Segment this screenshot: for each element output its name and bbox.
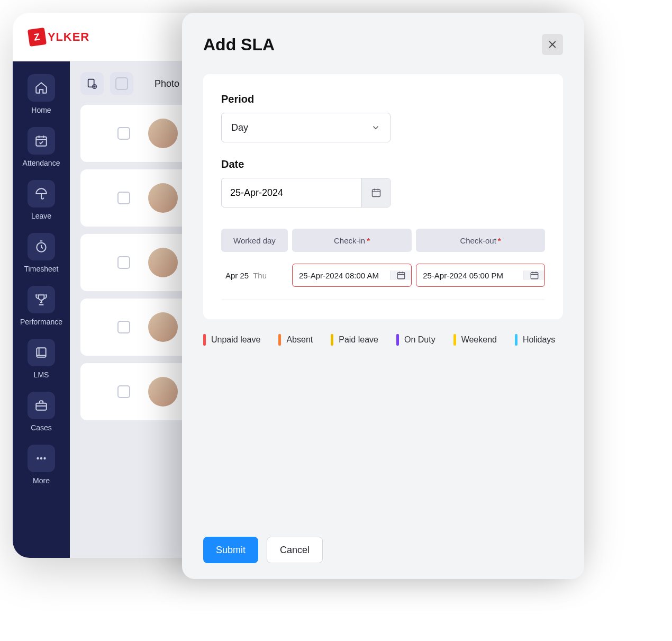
period-value: Day <box>231 122 248 133</box>
add-sla-panel: Add SLA Period Day Date 25-Apr-2024 Work… <box>182 13 584 579</box>
sidebar-item-label: Timesheet <box>24 265 59 273</box>
legend: Unpaid leave Absent Paid leave On Duty W… <box>203 334 563 346</box>
legend-unpaid-leave: Unpaid leave <box>203 334 260 346</box>
briefcase-icon <box>28 392 55 419</box>
sidebar-item-label: Attendance <box>23 159 60 167</box>
column-header-photo: Photo <box>155 78 179 89</box>
book-icon <box>28 339 55 366</box>
col-check-out: Check-out <box>416 229 545 252</box>
more-icon <box>28 445 55 472</box>
svg-rect-0 <box>36 137 47 146</box>
calendar-check-icon <box>28 127 55 155</box>
sidebar-item-leave[interactable]: Leave <box>22 180 60 220</box>
row-checkbox[interactable] <box>117 127 130 140</box>
legend-label: On Duty <box>404 335 435 345</box>
sidebar-item-label: More <box>33 476 50 485</box>
check-in-value: 25-Apr-2024 08:00 AM <box>293 271 390 280</box>
svg-rect-9 <box>372 189 380 196</box>
legend-holidays: Holidays <box>515 334 555 346</box>
legend-on-duty: On Duty <box>396 334 435 346</box>
worked-day-date: Apr 25 <box>225 271 249 280</box>
check-out-calendar-button[interactable] <box>523 270 544 280</box>
worked-day-dow: Thu <box>253 271 267 280</box>
chevron-down-icon <box>371 123 380 132</box>
legend-color <box>203 334 206 346</box>
brand-name: YLKER <box>48 30 89 44</box>
list-action-button[interactable] <box>80 72 104 95</box>
legend-label: Paid leave <box>339 335 378 345</box>
row-checkbox[interactable] <box>117 385 130 398</box>
legend-label: Absent <box>286 335 313 345</box>
col-worked-day: Worked day <box>221 229 288 252</box>
svg-point-5 <box>40 457 42 459</box>
calendar-icon <box>371 187 382 198</box>
time-grid-header: Worked day Check-in Check-out <box>221 229 545 252</box>
row-checkbox[interactable] <box>117 256 130 269</box>
row-checkbox[interactable] <box>117 321 130 333</box>
svg-rect-3 <box>36 403 47 410</box>
period-label: Period <box>221 93 545 105</box>
legend-color <box>278 334 281 346</box>
legend-label: Weekend <box>461 335 497 345</box>
stopwatch-icon <box>28 233 55 260</box>
cancel-button[interactable]: Cancel <box>267 537 323 563</box>
sidebar-item-label: Leave <box>31 212 51 220</box>
submit-button[interactable]: Submit <box>203 537 258 563</box>
legend-color <box>331 334 333 346</box>
panel-footer: Submit Cancel <box>203 526 563 563</box>
sidebar-item-more[interactable]: More <box>22 445 60 485</box>
sidebar-item-lms[interactable]: LMS <box>22 339 60 379</box>
legend-paid-leave: Paid leave <box>331 334 378 346</box>
calendar-icon <box>396 270 406 280</box>
sidebar-item-label: LMS <box>34 371 49 379</box>
period-select[interactable]: Day <box>221 113 391 142</box>
svg-rect-11 <box>531 273 538 279</box>
checkbox-icon <box>115 77 128 90</box>
brand-badge: Z <box>28 27 47 46</box>
select-all-checkbox[interactable] <box>110 72 133 95</box>
trophy-icon <box>28 286 55 313</box>
date-label: Date <box>221 158 545 170</box>
sidebar-item-home[interactable]: Home <box>22 74 60 114</box>
avatar <box>148 377 178 407</box>
sidebar-item-label: Cases <box>31 423 52 432</box>
brand-logo: Z YLKER <box>29 29 89 46</box>
avatar <box>148 312 178 342</box>
avatar <box>148 248 178 277</box>
close-button[interactable] <box>542 34 563 55</box>
legend-label: Unpaid leave <box>211 335 260 345</box>
sidebar-item-attendance[interactable]: Attendance <box>22 127 60 167</box>
sidebar-item-cases[interactable]: Cases <box>22 392 60 432</box>
sidebar-item-timesheet[interactable]: Timesheet <box>22 233 60 273</box>
svg-rect-10 <box>397 273 405 279</box>
sidebar-item-label: Home <box>31 106 51 114</box>
check-in-input[interactable]: 25-Apr-2024 08:00 AM <box>292 264 412 287</box>
avatar <box>148 119 178 148</box>
sidebar-item-label: Performance <box>20 318 62 326</box>
legend-color <box>396 334 399 346</box>
col-check-in: Check-in <box>292 229 412 252</box>
home-icon <box>28 74 55 102</box>
calendar-picker-button[interactable] <box>361 178 390 207</box>
row-checkbox[interactable] <box>117 192 130 204</box>
svg-point-6 <box>43 457 46 459</box>
legend-color <box>453 334 456 346</box>
form-card: Period Day Date 25-Apr-2024 Worked day C… <box>203 74 563 319</box>
panel-title: Add SLA <box>203 35 275 55</box>
check-out-value: 25-Apr-2024 05:00 PM <box>416 271 523 280</box>
sidebar-item-performance[interactable]: Performance <box>22 286 60 326</box>
svg-point-4 <box>37 457 39 459</box>
close-icon <box>547 39 558 50</box>
check-out-input[interactable]: 25-Apr-2024 05:00 PM <box>416 264 545 287</box>
date-input[interactable]: 25-Apr-2024 <box>221 178 391 207</box>
avatar <box>148 183 178 213</box>
sidebar: Home Attendance Leave Timesheet <box>13 61 70 558</box>
calendar-icon <box>530 270 539 280</box>
legend-color <box>515 334 517 346</box>
worked-day-cell: Apr 25 Thu <box>221 271 288 280</box>
check-in-calendar-button[interactable] <box>390 270 411 280</box>
legend-label: Holidays <box>523 335 555 345</box>
legend-weekend: Weekend <box>453 334 497 346</box>
legend-absent: Absent <box>278 334 313 346</box>
umbrella-icon <box>28 180 55 207</box>
